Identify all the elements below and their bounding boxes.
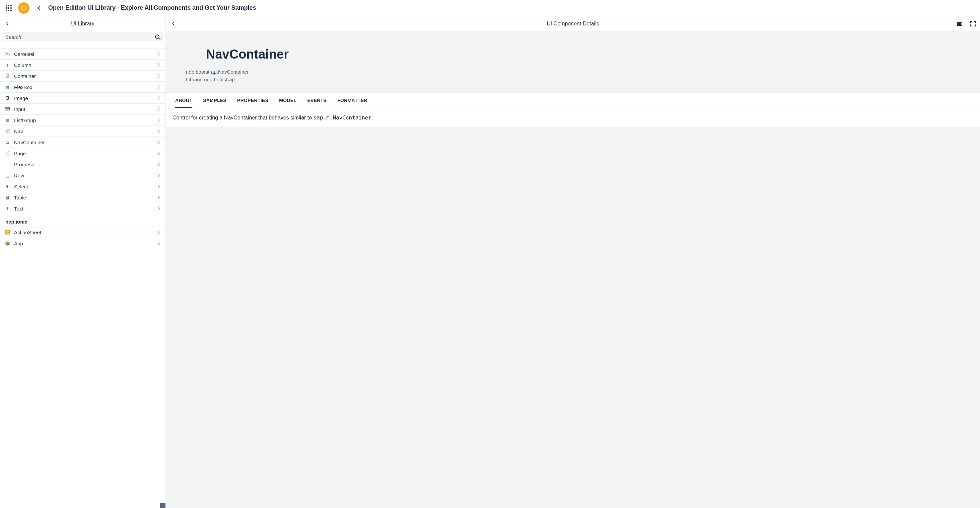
navcontainer-icon: 🗂 — [5, 140, 10, 145]
sidebar: UI Library 🎠 Carousel ▮ Column 🗄 — [0, 16, 166, 508]
tab-properties[interactable]: PROPERTIES — [237, 93, 268, 108]
detail-header-title: UI Component Details — [166, 21, 980, 27]
search-input[interactable] — [2, 32, 164, 42]
chevron-right-icon — [158, 206, 161, 211]
detail-body: ABOUT SAMPLES PROPERTIES MODEL EVENTS FO… — [166, 93, 980, 127]
search-icon[interactable] — [155, 34, 161, 40]
sidebar-title: UI Library — [0, 21, 165, 27]
svg-point-7 — [8, 10, 10, 11]
sidebar-item-label: App — [14, 241, 153, 246]
svg-point-9 — [21, 6, 26, 10]
chevron-right-icon — [158, 96, 161, 100]
sidebar-item-label: Table — [14, 195, 153, 200]
sidebar-item-label: Select — [14, 184, 153, 189]
component-classname: nep.bootstrap.NavContainer — [186, 69, 960, 75]
sidebar-item-label: Text — [14, 206, 153, 211]
carousel-icon: 🎠 — [5, 51, 10, 57]
svg-point-4 — [8, 7, 10, 8]
app-icon: 📦 — [5, 241, 10, 246]
sidebar-item-table[interactable]: ▦ Table — [0, 192, 165, 203]
sidebar-item-input[interactable]: ⌨ Input — [0, 104, 165, 115]
sidebar-item-label: Row — [14, 173, 153, 178]
sidebar-item-image[interactable]: 🖼 Image — [0, 93, 165, 104]
tab-about[interactable]: ABOUT — [175, 93, 192, 108]
tab-events[interactable]: EVENTS — [307, 93, 326, 108]
chevron-right-icon — [158, 230, 161, 234]
sidebar-item-select[interactable]: 🖱 Select — [0, 181, 165, 192]
svg-point-10 — [155, 35, 159, 38]
tab-samples[interactable]: SAMPLES — [203, 93, 226, 108]
chevron-right-icon — [158, 74, 161, 78]
text-icon: T — [5, 206, 10, 211]
sidebar-item-progress[interactable]: ▭ Progress — [0, 159, 165, 170]
page-icon: 📄 — [5, 151, 10, 156]
svg-point-3 — [6, 7, 7, 8]
nav-icon: 🧭 — [5, 129, 10, 134]
sidebar-header: UI Library — [0, 16, 165, 31]
detail-hero: NavContainer nep.bootstrap.NavContainer … — [166, 31, 980, 93]
sidebar-item-navcontainer[interactable]: 🗂 NavContainer — [0, 137, 165, 148]
main-area: UI Library 🎠 Carousel ▮ Column 🗄 — [0, 16, 980, 508]
sidebar-item-text[interactable]: T Text — [0, 203, 165, 214]
search-wrap — [0, 31, 165, 42]
flag-icon[interactable] — [956, 20, 963, 27]
fullscreen-icon[interactable] — [969, 20, 977, 27]
tab-content-about: Control for creating a NavContainer that… — [166, 108, 980, 127]
chevron-right-icon — [158, 63, 161, 67]
sidebar-item-label: FlexBox — [14, 84, 153, 90]
sidebar-item-carousel[interactable]: 🎠 Carousel — [0, 49, 165, 60]
detail-back-button[interactable] — [166, 22, 181, 25]
select-icon: 🖱 — [5, 184, 10, 189]
row-icon: ⎯ — [5, 173, 10, 178]
sidebar-scrollbar[interactable] — [160, 503, 165, 508]
chevron-right-icon — [158, 118, 161, 122]
table-icon: ▦ — [5, 195, 10, 200]
svg-point-8 — [10, 10, 12, 11]
avatar[interactable] — [18, 2, 29, 14]
sidebar-item-label: Progress — [14, 162, 153, 167]
component-list[interactable]: 🎠 Carousel ▮ Column 🗄 Container ▦ FlexBo… — [0, 48, 165, 508]
about-text-suffix: . — [371, 115, 373, 121]
chevron-right-icon — [158, 184, 161, 188]
svg-point-5 — [10, 7, 12, 8]
sidebar-item-flexbox[interactable]: ▦ FlexBox — [0, 82, 165, 93]
search-box — [2, 32, 164, 42]
chevron-right-icon — [158, 195, 161, 200]
sidebar-item-column[interactable]: ▮ Column — [0, 60, 165, 71]
sidebar-item-label: Container — [14, 73, 153, 79]
actionsheet-icon: 🔀 — [5, 230, 10, 235]
container-icon: 🗄 — [5, 73, 10, 79]
chevron-right-icon — [158, 151, 161, 155]
tab-model[interactable]: MODEL — [279, 93, 296, 108]
sidebar-item-label: Carousel — [14, 51, 153, 57]
component-library: Library: nep.bootstrap — [186, 77, 960, 83]
sidebar-item-container[interactable]: 🗄 Container — [0, 71, 165, 82]
sidebar-item-listgroup[interactable]: ▤ ListGroup — [0, 115, 165, 126]
apps-grid-icon[interactable] — [4, 3, 13, 13]
about-code: sap.m.NavContainer — [313, 114, 371, 121]
sidebar-item-label: ActionSheet — [14, 230, 153, 235]
svg-point-2 — [10, 5, 12, 6]
input-icon: ⌨ — [5, 106, 10, 112]
svg-point-1 — [8, 5, 10, 6]
sidebar-item-page[interactable]: 📄 Page — [0, 148, 165, 159]
top-back-button[interactable] — [34, 3, 43, 13]
tab-formatter[interactable]: FORMATTER — [337, 93, 368, 108]
chevron-right-icon — [158, 85, 161, 89]
top-bar: Open Edition UI Library - Explore All Co… — [0, 0, 980, 16]
sidebar-item-actionsheet[interactable]: 🔀 ActionSheet — [0, 227, 165, 238]
sidebar-item-app[interactable]: 📦 App — [0, 238, 165, 249]
about-text-prefix: Control for creating a NavContainer that… — [172, 115, 313, 121]
chevron-right-icon — [158, 241, 161, 245]
chevron-right-icon — [158, 107, 161, 111]
sidebar-back-button[interactable] — [0, 22, 15, 25]
sidebar-item-label: NavContainer — [14, 140, 153, 145]
group-header-ionic: nep.ionic — [0, 214, 165, 227]
detail-header: UI Component Details — [166, 16, 980, 31]
svg-line-11 — [159, 38, 160, 40]
sidebar-item-label: ListGroup — [14, 117, 153, 123]
sidebar-item-row[interactable]: ⎯ Row — [0, 170, 165, 181]
sidebar-item-nav[interactable]: 🧭 Nav — [0, 126, 165, 137]
svg-point-0 — [6, 5, 7, 6]
detail-pane: UI Component Details NavContainer nep.bo… — [166, 16, 980, 508]
